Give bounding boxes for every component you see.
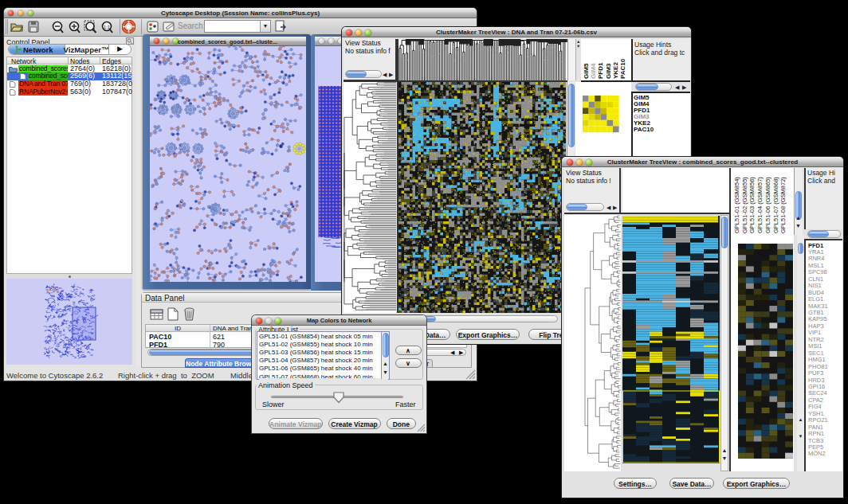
svg-text:1:1: 1:1 — [104, 25, 111, 29]
